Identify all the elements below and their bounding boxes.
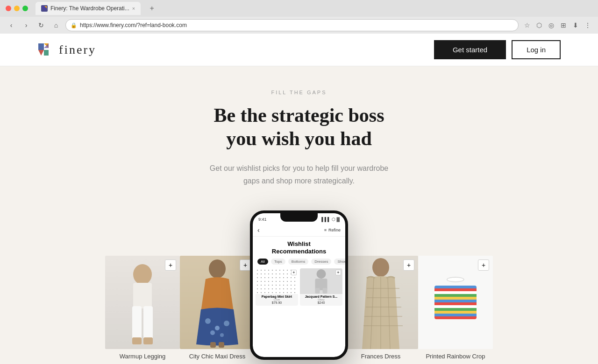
product-image-maxi: + <box>180 256 255 349</box>
phone-product-name-1: Jacquard Pattern S... <box>302 295 341 298</box>
extensions-icon[interactable]: ⬡ <box>534 21 544 30</box>
finery-favicon-icon <box>41 5 48 12</box>
add-to-wishlist-frances[interactable]: + <box>403 259 414 271</box>
get-started-button[interactable]: Get started <box>434 40 506 59</box>
url-text: https://www.finery.com/?ref=land-book.co… <box>80 22 513 28</box>
product-image-frances: + <box>343 256 418 349</box>
maximize-button[interactable] <box>22 6 28 11</box>
login-button[interactable]: Log in <box>512 40 561 59</box>
phone-product-price-1: $240 <box>302 301 341 304</box>
browser-tab[interactable]: Finery: The Wardrobe Operati... × <box>36 2 141 15</box>
phone-refine-button[interactable]: ≡ Refine <box>324 228 341 232</box>
svg-point-21 <box>317 269 326 279</box>
phone-screen: 9:41 ▌▌▌ ⬡ ▓ ‹ ≡ Refine WishlistRecommen… <box>253 213 345 357</box>
home-button[interactable]: ⌂ <box>50 20 62 31</box>
browser-addressbar: ‹ › ↻ ⌂ 🔒 https://www.finery.com/?ref=la… <box>0 17 598 34</box>
bookmark-icon[interactable]: ☆ <box>522 21 532 30</box>
product-name-maxi: City Chic Maxi Dress <box>180 353 255 360</box>
phone-product-info-1: Jacquard Pattern S... Obey $240 <box>300 294 342 306</box>
wishlist-title-text: WishlistRecommendations <box>272 240 326 255</box>
refine-lines-icon: ≡ <box>324 228 327 232</box>
add-to-wishlist-legging[interactable]: + <box>165 259 176 271</box>
phone-product-grid: Paperbag Mini Skirt Love $79.90 + <box>253 266 345 308</box>
logo: finery <box>37 42 96 58</box>
phone-product-card-1: Jacquard Pattern S... Obey $240 + <box>300 268 342 306</box>
product-card-legging: + Warmup Legging <box>105 256 180 360</box>
phone-add-btn-0[interactable]: + <box>291 270 297 275</box>
phone-product-price-0: $79.90 <box>257 301 296 304</box>
svg-rect-8 <box>133 283 152 308</box>
filter-bottoms[interactable]: Bottoms <box>288 259 308 265</box>
settings-icon[interactable]: ⊞ <box>559 21 568 30</box>
new-tab-button[interactable]: + <box>146 3 157 14</box>
add-to-wishlist-rainbow[interactable]: + <box>478 259 489 271</box>
svg-marker-4 <box>38 50 44 56</box>
product-card-frances: + Frances Dress <box>343 256 418 360</box>
filter-shoes[interactable]: Shoes <box>334 259 345 265</box>
phone-add-btn-1[interactable]: + <box>335 270 341 275</box>
finery-logo-icon <box>37 42 54 58</box>
main-content: FILL THE GAPS Be the strategic boss you … <box>0 66 598 360</box>
forward-nav-button[interactable]: › <box>21 20 32 31</box>
phone-mockup: 9:41 ▌▌▌ ⬡ ▓ ‹ ≡ Refine WishlistRecommen… <box>250 210 348 360</box>
lock-icon: 🔒 <box>71 22 77 28</box>
tab-title: Finery: The Wardrobe Operati... <box>50 5 129 12</box>
products-container: + Warmup Legging <box>9 210 589 360</box>
header-buttons: Get started Log in <box>434 40 561 59</box>
phone-nav-bar: ‹ ≡ Refine <box>253 224 345 237</box>
section-headline: Be the strategic boss you wish you had <box>9 104 589 151</box>
more-icon[interactable]: ⋮ <box>583 21 592 30</box>
svg-rect-23 <box>315 288 320 294</box>
phone-filter-tabs: All Tops Bottoms Dresses Shoes <box>253 257 345 266</box>
site-header: finery Get started Log in <box>0 34 598 66</box>
svg-marker-5 <box>44 50 49 56</box>
phone-signal: ▌▌▌ ⬡ ▓ <box>321 217 340 222</box>
browser-chrome: Finery: The Wardrobe Operati... × + ‹ › … <box>0 0 598 34</box>
svg-point-18 <box>220 333 224 337</box>
svg-point-14 <box>205 318 211 324</box>
product-image-rainbow: + <box>418 256 493 349</box>
svg-point-25 <box>372 258 389 277</box>
refine-label: Refine <box>328 228 341 232</box>
tab-close-icon[interactable]: × <box>132 6 135 11</box>
back-nav-button[interactable]: ‹ <box>6 20 17 31</box>
download-icon[interactable]: ⬇ <box>571 21 580 30</box>
phone-product-name-0: Paperbag Mini Skirt <box>257 295 296 298</box>
svg-rect-10 <box>143 306 153 341</box>
product-card-rainbow: + Printed Rainbow Crop <box>418 256 493 360</box>
svg-rect-9 <box>132 306 142 341</box>
svg-point-15 <box>215 326 220 330</box>
filter-tops[interactable]: Tops <box>271 259 285 265</box>
reload-button[interactable]: ↻ <box>36 20 47 31</box>
product-card-maxi: + City Chic Maxi Dress <box>180 256 255 360</box>
add-to-wishlist-maxi[interactable]: + <box>240 259 251 271</box>
profile-icon[interactable]: ◎ <box>547 21 556 30</box>
product-image-legging: + <box>105 256 180 349</box>
product-name-rainbow: Printed Rainbow Crop <box>418 353 493 360</box>
phone-time: 9:41 <box>258 217 267 222</box>
logo-text: finery <box>59 43 96 57</box>
phone-screen-title: WishlistRecommendations <box>253 237 345 257</box>
close-button[interactable] <box>6 6 11 11</box>
svg-rect-19 <box>210 342 216 348</box>
filter-dresses[interactable]: Dresses <box>311 259 331 265</box>
section-subtext: Get our wishlist picks for you to help f… <box>206 162 392 187</box>
headline-line1: Be the strategic boss <box>214 105 384 126</box>
address-bar[interactable]: 🔒 https://www.finery.com/?ref=land-book.… <box>65 19 519 31</box>
minimize-button[interactable] <box>14 6 20 11</box>
svg-point-16 <box>224 321 229 326</box>
svg-rect-20 <box>219 342 224 348</box>
phone-back-icon[interactable]: ‹ <box>257 226 260 234</box>
phone-notch <box>280 213 318 222</box>
filter-all[interactable]: All <box>257 259 268 265</box>
tab-favicon <box>41 5 48 12</box>
svg-point-17 <box>210 330 215 335</box>
section-tag: FILL THE GAPS <box>9 90 589 95</box>
phone-product-info-0: Paperbag Mini Skirt Love $79.90 <box>256 294 298 306</box>
browser-titlebar: Finery: The Wardrobe Operati... × + <box>0 0 598 17</box>
svg-rect-12 <box>143 337 153 344</box>
svg-point-13 <box>209 259 226 278</box>
product-name-legging: Warmup Legging <box>105 353 180 360</box>
svg-marker-2 <box>38 43 44 50</box>
product-name-frances: Frances Dress <box>343 353 418 360</box>
